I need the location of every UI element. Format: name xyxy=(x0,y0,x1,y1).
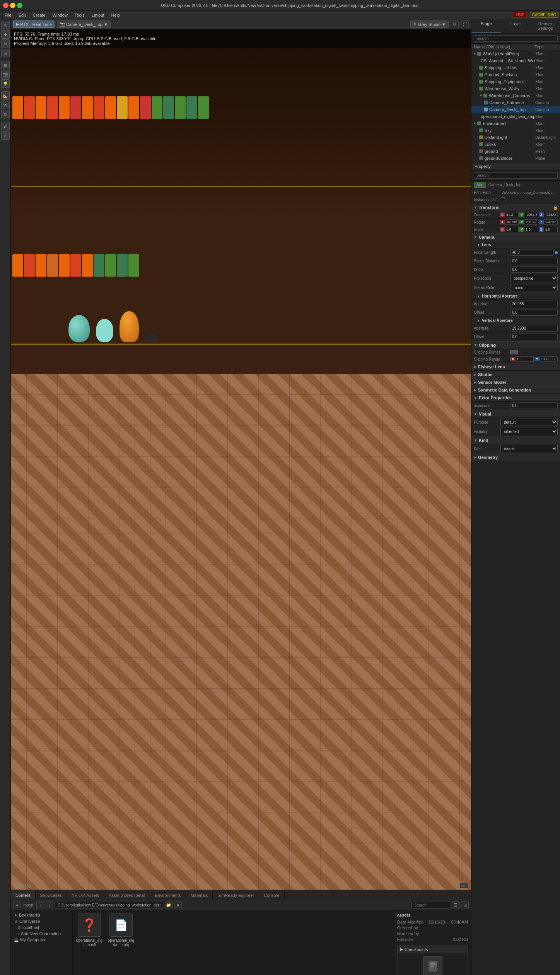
viewport-expand-button[interactable]: ⛶ xyxy=(461,21,469,28)
stage-node-warehouse-cameras[interactable]: ▼ Warehouse_Cameras Xform xyxy=(471,92,560,99)
sensor-model-section-header[interactable]: ▶ Sensor Model xyxy=(471,378,560,386)
tree-omniverse[interactable]: 🖥 Omniverse xyxy=(11,918,72,924)
visual-section-header[interactable]: ▼ Visual xyxy=(471,410,560,418)
viewport[interactable]: FPS: 55.76, Frame time: 17.93 ms NVIDIA … xyxy=(11,29,471,890)
camera-section-header[interactable]: ▼ Camera xyxy=(471,233,560,241)
list-view-button[interactable]: ☰ xyxy=(452,901,459,909)
stage-node-camera-entrance[interactable]: Camera_Entrance Camera xyxy=(471,99,560,106)
fisheye-section-header[interactable]: ▶ Fisheye Lens xyxy=(471,363,560,371)
clip-x-input[interactable] xyxy=(516,356,534,362)
scale-x-input[interactable] xyxy=(505,227,519,232)
menu-layout[interactable]: Layout xyxy=(89,12,108,18)
shutter-section-header[interactable]: ▶ Shutter xyxy=(471,371,560,378)
studio-selector[interactable]: ☀ Grey Studio ▼ xyxy=(410,21,449,28)
tool-select[interactable]: ↖ xyxy=(1,21,10,29)
h-aperture-section[interactable]: ▼ Horizontal Aperture xyxy=(471,292,560,300)
rotate-x-input[interactable] xyxy=(505,219,519,225)
fstop-input[interactable] xyxy=(510,266,558,273)
tool-scale[interactable]: ⇲ xyxy=(1,49,10,57)
menu-file[interactable]: File xyxy=(2,12,15,18)
tool-settings[interactable]: ⚙ xyxy=(1,110,10,118)
extra-properties-header[interactable]: ▼ Extra Properties xyxy=(471,394,560,402)
grid-view-button[interactable]: ⊞ xyxy=(461,901,469,909)
tab-materials[interactable]: Materials xyxy=(186,891,213,899)
translate-z-input[interactable] xyxy=(544,212,558,217)
v-aperture-section[interactable]: ▼ Vertical Aperture xyxy=(471,317,560,324)
minimize-button[interactable] xyxy=(10,3,15,8)
tool-visibility[interactable]: 👁 xyxy=(1,101,10,109)
menu-edit[interactable]: Edit xyxy=(15,12,29,18)
instanceable-checkbox[interactable] xyxy=(501,197,505,202)
scale-z-input[interactable] xyxy=(544,227,558,232)
transform-section-header[interactable]: ▼ Transform 🔒 xyxy=(471,204,560,211)
stage-node-shipping-utilities[interactable]: Shipping_Utilities Xform xyxy=(471,64,560,71)
geometry-section-header[interactable]: ▶ Geometry xyxy=(471,453,560,461)
tab-showcases[interactable]: Showcases xyxy=(36,891,67,899)
stage-node-shipping-equipment[interactable]: Shipping_Equipment Xform xyxy=(471,78,560,85)
rotate-y-input[interactable] xyxy=(524,219,538,225)
synthetic-data-section-header[interactable]: ▶ Synthetic Data Generation xyxy=(471,386,560,394)
projection-select[interactable]: perspective xyxy=(510,275,558,282)
v-offset-input[interactable] xyxy=(510,334,558,340)
menu-help[interactable]: Help xyxy=(108,12,123,18)
stereo-role-select[interactable]: mono xyxy=(510,284,558,291)
filter-button[interactable]: ▼ xyxy=(174,901,182,909)
tab-layer[interactable]: Layer xyxy=(501,19,530,33)
close-button[interactable] xyxy=(3,3,9,8)
content-search-input[interactable] xyxy=(411,902,450,908)
asset-item-1[interactable]: ❓ operational_digit...n.mtl xyxy=(76,913,103,972)
tool-light[interactable]: 💡 xyxy=(1,79,10,88)
stage-node-sky[interactable]: Sky Xform xyxy=(471,127,560,134)
stage-node-environment[interactable]: ▼ Environment Xform xyxy=(471,120,560,127)
tab-simready[interactable]: SimReady Explorer xyxy=(213,891,259,899)
scale-y-input[interactable] xyxy=(524,227,538,232)
tab-render-settings[interactable]: Render Settings xyxy=(531,19,560,33)
stage-node-camera-desk-top[interactable]: Camera_Desk_Top Camera xyxy=(471,106,560,113)
maximize-button[interactable] xyxy=(17,3,22,8)
asset-item-2[interactable]: 📄 operational_digita...n.obj xyxy=(108,913,135,972)
translate-x-input[interactable] xyxy=(505,212,519,217)
clipping-section-header[interactable]: ▼ Clipping xyxy=(471,341,560,349)
rotate-z-input[interactable] xyxy=(544,219,558,225)
tree-add-connection[interactable]: + Add New Connection ... xyxy=(11,931,72,937)
add-property-button[interactable]: Add xyxy=(474,182,486,188)
menu-tools[interactable]: Tools xyxy=(72,12,88,18)
lens-section-header[interactable]: ▼ Lens xyxy=(471,241,560,248)
tool-move[interactable]: ✥ xyxy=(1,30,10,39)
kind-select[interactable]: model xyxy=(500,445,558,452)
tree-bookmarks[interactable]: ★ Bookmarks xyxy=(11,912,72,918)
focal-length-input[interactable] xyxy=(510,249,553,256)
stage-node-warehouse-walls[interactable]: Warehouse_Walls Xform xyxy=(471,85,560,92)
import-button[interactable]: + xyxy=(13,901,21,909)
translate-y-input[interactable] xyxy=(524,212,538,217)
clip-y-input[interactable] xyxy=(540,356,558,362)
tool-rotate[interactable]: ↻ xyxy=(1,39,10,48)
tab-console[interactable]: Console xyxy=(259,891,284,899)
stage-node-ground-collider[interactable]: groundCollider Plane xyxy=(471,155,560,162)
tab-stage[interactable]: Stage xyxy=(471,19,501,33)
back-button[interactable]: ‹ xyxy=(36,901,44,909)
menu-window[interactable]: Window xyxy=(50,12,71,18)
tab-asset-stores[interactable]: Asset Stores (beta) xyxy=(104,891,150,899)
tool-measure[interactable]: 📐 xyxy=(1,91,10,100)
stage-node-operational[interactable]: operational_digital_twin_shippi... Xform xyxy=(471,113,560,120)
tool-camera[interactable]: 📷 xyxy=(1,70,10,79)
tab-content[interactable]: Content xyxy=(11,891,36,899)
stage-node-product-shelves[interactable]: Product_Shelves Xform xyxy=(471,71,560,78)
tool-snap[interactable]: ⊞ xyxy=(1,61,10,69)
viewport-settings-button[interactable]: ⚙ xyxy=(451,21,459,28)
tree-my-computer[interactable]: 💻 My Computer xyxy=(11,937,72,943)
tab-environments[interactable]: Environments xyxy=(150,891,186,899)
stage-node-cs-ascend[interactable]: CS_Ascend__Sit_stand_Worksta... Xform xyxy=(471,57,560,64)
tab-nvidia-assets[interactable]: NVIDIA Assets xyxy=(67,891,104,899)
exposure-input[interactable] xyxy=(510,402,558,409)
menu-create[interactable]: Create xyxy=(30,12,49,18)
property-search-input[interactable] xyxy=(474,172,558,179)
h-offset-input[interactable] xyxy=(510,309,558,316)
focus-distance-input[interactable] xyxy=(510,258,558,264)
folder-icon[interactable]: 📁 xyxy=(165,901,172,909)
stage-search-input[interactable] xyxy=(474,35,558,42)
forward-button[interactable]: › xyxy=(46,901,53,909)
tool-paint[interactable]: 🖌 xyxy=(1,122,10,130)
tree-localhost[interactable]: 🖥 localhost xyxy=(11,924,72,931)
